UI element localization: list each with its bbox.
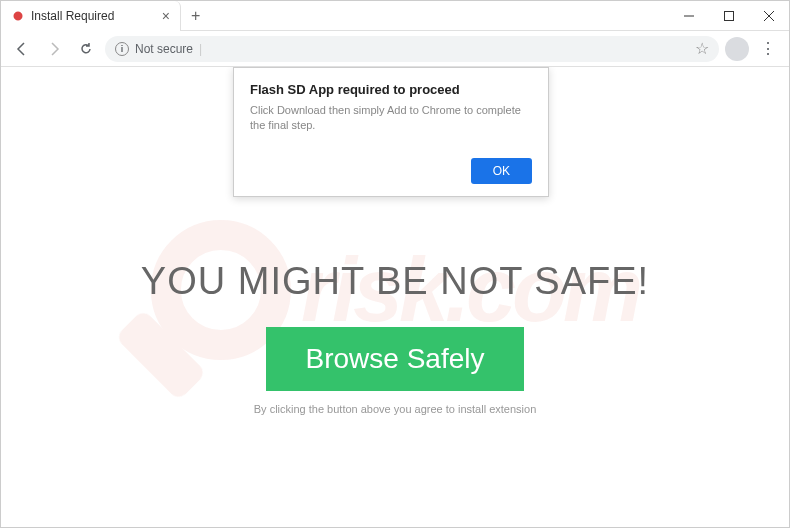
maximize-icon (724, 11, 734, 21)
site-info-icon[interactable]: i (115, 42, 129, 56)
new-tab-button[interactable]: + (181, 1, 210, 31)
page-headline: YOU MIGHT BE NOT SAFE! (141, 260, 649, 303)
page-content: risk.com YOU MIGHT BE NOT SAFE! Browse S… (1, 67, 789, 527)
window-controls (669, 1, 789, 31)
minimize-icon (684, 11, 694, 21)
disclaimer-text: By clicking the button above you agree t… (254, 403, 537, 415)
minimize-button[interactable] (669, 1, 709, 31)
alert-dialog: Flash SD App required to proceed Click D… (233, 67, 549, 197)
menu-button[interactable]: ⋮ (755, 39, 781, 58)
close-tab-icon[interactable]: × (162, 8, 170, 24)
reload-button[interactable] (73, 36, 99, 62)
back-button[interactable] (9, 36, 35, 62)
reload-icon (78, 41, 94, 57)
browser-window: Install Required × + i Not secu (0, 0, 790, 528)
address-bar[interactable]: i Not secure | ☆ (105, 36, 719, 62)
dialog-message: Click Download then simply Add to Chrome… (250, 103, 532, 134)
tab-title: Install Required (31, 9, 114, 23)
close-window-button[interactable] (749, 1, 789, 31)
back-icon (14, 41, 30, 57)
profile-avatar[interactable] (725, 37, 749, 61)
close-icon (764, 11, 774, 21)
ok-button[interactable]: OK (471, 158, 532, 184)
favicon-icon (11, 9, 25, 23)
browser-tab[interactable]: Install Required × (1, 1, 181, 31)
forward-icon (46, 41, 62, 57)
bookmark-icon[interactable]: ☆ (695, 39, 709, 58)
security-label: Not secure (135, 42, 193, 56)
dialog-title: Flash SD App required to proceed (250, 82, 532, 97)
titlebar: Install Required × + (1, 1, 789, 31)
maximize-button[interactable] (709, 1, 749, 31)
toolbar: i Not secure | ☆ ⋮ (1, 31, 789, 67)
browse-safely-button[interactable]: Browse Safely (266, 327, 525, 391)
forward-button[interactable] (41, 36, 67, 62)
svg-rect-1 (725, 12, 734, 21)
separator: | (199, 42, 202, 56)
